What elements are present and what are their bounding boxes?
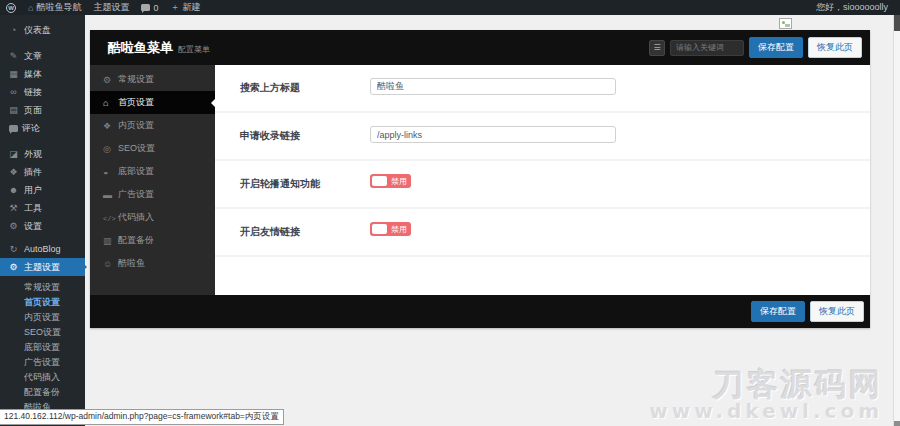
scrollbar[interactable] [893, 15, 900, 426]
seo-icon [103, 144, 118, 154]
sidebar-item-label: 工具 [24, 202, 42, 215]
submenu-item-footer[interactable]: 底部设置 [0, 340, 85, 355]
links-icon [7, 87, 20, 97]
sidebar-item-users[interactable]: 用户 [0, 181, 85, 199]
toggle-knob [372, 176, 387, 186]
tab-homepage-settings[interactable]: 首页设置 [90, 91, 215, 114]
backup-icon [103, 236, 118, 246]
new-content-menu[interactable]: 新建 [164, 0, 206, 15]
admin-bar: W 酷啦鱼导航 主题设置 0 新建 您好，sioooooolly [0, 0, 900, 15]
tab-general-settings[interactable]: 常规设置 [90, 68, 215, 91]
watermark-title: 刀客源码网 [649, 368, 883, 401]
submenu-item-general[interactable]: 常规设置 [0, 280, 85, 295]
tab-label: 首页设置 [118, 96, 154, 109]
sidebar-item-comments[interactable]: 评论 [0, 119, 85, 137]
restore-page-button[interactable]: 恢复此页 [808, 37, 862, 58]
ads-icon [103, 190, 118, 200]
tab-label: 常规设置 [118, 73, 154, 86]
adminbar-theme-settings-link[interactable]: 主题设置 [87, 0, 135, 15]
panel-form: 搜索上方标题 申请收录链接 开启轮播通知功能 禁用 [215, 65, 870, 295]
tab-label: 广告设置 [118, 188, 154, 201]
user-greeting[interactable]: 您好，sioooooolly [816, 1, 900, 14]
tab-label: 底部设置 [118, 165, 154, 178]
admin-sidebar: 仪表盘 文章 媒体 链接 页面 评论 外观 插件 [0, 15, 85, 426]
plus-icon [170, 1, 179, 14]
sidebar-item-label: 文章 [24, 50, 42, 63]
admin-content-area: 酷啦鱼菜单 配置菜单 保存配置 恢复此页 常规设置 [85, 15, 893, 426]
search-input[interactable] [670, 40, 744, 56]
toggle-state-label: 禁用 [391, 176, 407, 187]
scrollbar-down-arrow[interactable] [894, 421, 900, 426]
sidebar-item-theme-settings[interactable]: 主题设置 [0, 258, 85, 276]
submenu-item-innerpage[interactable]: 内页设置 [0, 310, 85, 325]
new-label: 新建 [182, 1, 200, 14]
sidebar-divider [0, 39, 85, 47]
appearance-icon [7, 149, 20, 159]
field-label: 开启轮播通知功能 [240, 174, 370, 207]
scrollbar-thumb[interactable] [894, 15, 900, 31]
submenu-item-code[interactable]: 代码插入 [0, 370, 85, 385]
home-icon [28, 3, 33, 13]
tab-ads-settings[interactable]: 广告设置 [90, 183, 215, 206]
tab-label: 配置备份 [118, 234, 154, 247]
sidebar-item-appearance[interactable]: 外观 [0, 145, 85, 163]
users-icon [7, 185, 20, 195]
sidebar-item-pages[interactable]: 页面 [0, 101, 85, 119]
posts-icon [7, 51, 20, 61]
greeting-text: 您好，sioooooolly [816, 2, 888, 12]
sidebar-item-dashboard[interactable]: 仪表盘 [0, 21, 85, 39]
field-label: 开启友情链接 [240, 222, 370, 255]
tab-config-backup[interactable]: 配置备份 [90, 229, 215, 252]
sidebar-item-media[interactable]: 媒体 [0, 65, 85, 83]
theme-settings-submenu: 常规设置 首页设置 内页设置 SEO设置 底部设置 广告设置 代码插入 配置备份… [0, 276, 85, 415]
page-title: 酷啦鱼菜单 [108, 39, 173, 57]
sidebar-item-autoblog[interactable]: AutoBlog [0, 240, 85, 258]
panel-body: 常规设置 首页设置 内页设置 SEO设置 [90, 65, 870, 295]
sidebar-item-label: 设置 [24, 220, 42, 233]
submenu-item-ads[interactable]: 广告设置 [0, 355, 85, 370]
tools-icon [7, 203, 20, 213]
tab-footer-settings[interactable]: 底部设置 [90, 160, 215, 183]
sidebar-item-links[interactable]: 链接 [0, 83, 85, 101]
inner-pages-icon [103, 121, 118, 131]
save-button-bottom[interactable]: 保存配置 [751, 301, 805, 322]
friend-links-toggle[interactable]: 禁用 [370, 222, 411, 236]
field-label: 搜索上方标题 [240, 78, 370, 111]
sidebar-item-plugins[interactable]: 插件 [0, 163, 85, 181]
comments-icon [9, 125, 18, 132]
tab-code-insert[interactable]: 代码插入 [90, 206, 215, 229]
panel-section-nav: 常规设置 首页设置 内页设置 SEO设置 [90, 65, 215, 295]
save-button[interactable]: 保存配置 [749, 37, 803, 58]
theme-options-panel: 酷啦鱼菜单 配置菜单 保存配置 恢复此页 常规设置 [90, 30, 870, 328]
code-icon [103, 213, 118, 223]
tab-innerpage-settings[interactable]: 内页设置 [90, 114, 215, 137]
media-icon [7, 69, 20, 79]
tab-kulayu[interactable]: 酷啦鱼 [90, 252, 215, 275]
expand-all-icon [653, 43, 660, 52]
broken-image-icon [779, 18, 792, 29]
submenu-item-seo[interactable]: SEO设置 [0, 325, 85, 340]
sidebar-item-settings[interactable]: 设置 [0, 217, 85, 235]
sidebar-item-posts[interactable]: 文章 [0, 47, 85, 65]
sidebar-item-label: 页面 [24, 104, 42, 117]
field-label: 申请收录链接 [240, 126, 370, 159]
sidebar-item-tools[interactable]: 工具 [0, 199, 85, 217]
comments-count: 0 [153, 3, 158, 13]
carousel-notice-toggle[interactable]: 禁用 [370, 174, 411, 188]
expand-all-button[interactable] [649, 40, 665, 56]
submenu-item-homepage[interactable]: 首页设置 [0, 295, 85, 310]
sidebar-item-label: 仪表盘 [24, 24, 51, 37]
tab-seo-settings[interactable]: SEO设置 [90, 137, 215, 160]
wordpress-menu[interactable]: W [0, 0, 22, 15]
apply-link-input[interactable] [370, 126, 616, 143]
search-title-input[interactable] [370, 78, 616, 95]
restore-page-button-bottom[interactable]: 恢复此页 [810, 301, 864, 322]
sidebar-item-label: 评论 [22, 122, 40, 135]
submenu-item-backup[interactable]: 配置备份 [0, 385, 85, 400]
sidebar-item-label: 媒体 [24, 68, 42, 81]
gear-icon [103, 75, 118, 85]
site-link[interactable]: 酷啦鱼导航 [22, 0, 87, 15]
comments-shortcut[interactable]: 0 [135, 0, 164, 15]
comments-icon [141, 4, 150, 11]
panel-footer: 保存配置 恢复此页 [90, 295, 870, 328]
